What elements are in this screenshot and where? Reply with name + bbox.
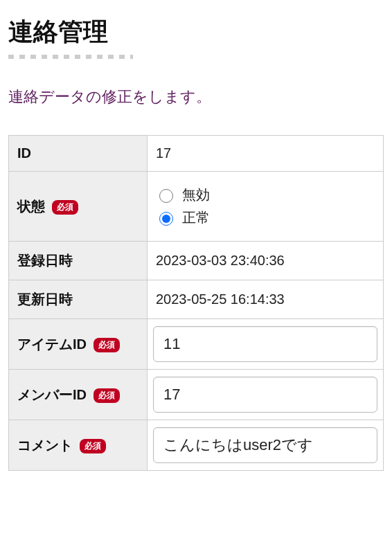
row-created-at: 登録日時 2023-03-03 23:40:36 xyxy=(9,242,384,280)
title-underline xyxy=(8,55,133,59)
radio-invalid-label: 無効 xyxy=(182,186,210,204)
page-title: 連絡管理 xyxy=(8,15,384,49)
label-status: 状態 xyxy=(17,199,45,214)
input-item-id[interactable] xyxy=(153,326,377,362)
status-radio-group: 無効 正常 xyxy=(156,186,375,227)
radio-normal[interactable] xyxy=(159,212,173,226)
radio-normal-label: 正常 xyxy=(182,208,210,227)
label-comment: コメント xyxy=(17,438,73,453)
row-id: ID 17 xyxy=(9,136,384,172)
row-item-id: アイテムID 必須 xyxy=(9,319,384,370)
status-option-normal[interactable]: 正常 xyxy=(156,208,375,227)
value-created-at: 2023-03-03 23:40:36 xyxy=(156,253,285,268)
input-comment[interactable] xyxy=(153,427,377,463)
input-member-id[interactable] xyxy=(153,377,377,413)
label-id: ID xyxy=(17,145,31,161)
label-created-at: 登録日時 xyxy=(17,253,73,268)
value-id: 17 xyxy=(156,145,171,161)
row-updated-at: 更新日時 2023-05-25 16:14:33 xyxy=(9,280,384,319)
row-member-id: メンバーID 必須 xyxy=(9,370,384,420)
radio-invalid[interactable] xyxy=(159,189,173,203)
required-badge: 必須 xyxy=(52,200,78,215)
row-status: 状態 必須 無効 正常 xyxy=(9,172,384,242)
row-comment: コメント 必須 xyxy=(9,420,384,471)
label-item-id: アイテムID xyxy=(17,336,87,352)
form-table: ID 17 状態 必須 無効 正常 登録日時 xyxy=(8,135,384,471)
required-badge: 必須 xyxy=(93,338,120,352)
label-member-id: メンバーID xyxy=(17,387,87,402)
value-updated-at: 2023-05-25 16:14:33 xyxy=(156,291,285,307)
status-option-invalid[interactable]: 無効 xyxy=(156,186,375,204)
required-badge: 必須 xyxy=(80,439,106,453)
page-description: 連絡データの修正をします。 xyxy=(8,87,384,107)
required-badge: 必須 xyxy=(93,388,120,403)
label-updated-at: 更新日時 xyxy=(17,291,73,307)
